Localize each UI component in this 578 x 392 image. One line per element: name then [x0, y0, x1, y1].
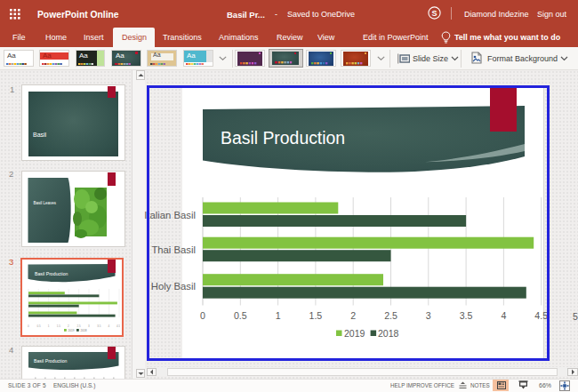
svg-text:Basil Production: Basil Production: [35, 271, 68, 276]
svg-text:4.5: 4.5: [116, 324, 120, 328]
svg-text:Basil Production: Basil Production: [34, 357, 68, 363]
svg-text:2.5: 2.5: [77, 324, 82, 328]
svg-text:0.5: 0.5: [37, 324, 42, 328]
svg-text:3.5: 3.5: [97, 324, 101, 328]
svg-text:2019: 2019: [68, 329, 75, 332]
svg-text:S: S: [431, 9, 437, 18]
svg-text:2018: 2018: [81, 329, 87, 332]
svg-text:1.5: 1.5: [57, 324, 61, 328]
svg-text:Basil Leaves: Basil Leaves: [34, 200, 57, 204]
